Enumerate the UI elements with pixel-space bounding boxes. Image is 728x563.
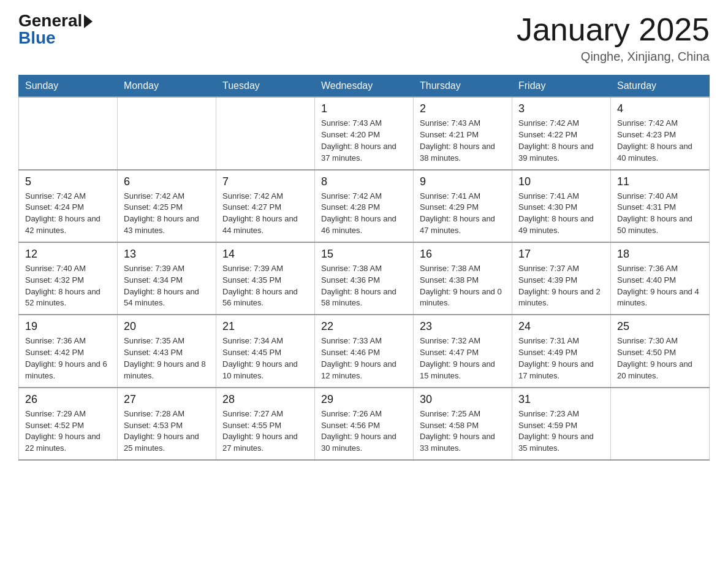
calendar-header-saturday: Saturday [611, 75, 710, 98]
month-title: January 2025 [517, 12, 710, 47]
day-number: 14 [222, 248, 308, 261]
calendar-header-sunday: Sunday [19, 75, 118, 98]
day-info: Sunrise: 7:39 AM Sunset: 4:35 PM Dayligh… [222, 263, 308, 309]
calendar-week-row: 5Sunrise: 7:42 AM Sunset: 4:24 PM Daylig… [19, 170, 710, 242]
day-number: 11 [617, 175, 703, 188]
day-number: 30 [420, 393, 506, 406]
day-info: Sunrise: 7:43 AM Sunset: 4:20 PM Dayligh… [321, 118, 407, 164]
day-number: 28 [222, 393, 308, 406]
page-header: General Blue January 2025 Qinghe, Xinjia… [18, 12, 710, 64]
day-number: 8 [321, 175, 407, 188]
day-info: Sunrise: 7:40 AM Sunset: 4:32 PM Dayligh… [25, 263, 111, 309]
day-info: Sunrise: 7:31 AM Sunset: 4:49 PM Dayligh… [518, 335, 604, 381]
day-info: Sunrise: 7:23 AM Sunset: 4:59 PM Dayligh… [518, 408, 604, 454]
day-info: Sunrise: 7:25 AM Sunset: 4:58 PM Dayligh… [420, 408, 506, 454]
calendar-cell: 25Sunrise: 7:30 AM Sunset: 4:50 PM Dayli… [611, 315, 710, 387]
day-info: Sunrise: 7:30 AM Sunset: 4:50 PM Dayligh… [617, 335, 703, 381]
calendar-cell: 21Sunrise: 7:34 AM Sunset: 4:45 PM Dayli… [216, 315, 315, 387]
calendar-cell: 11Sunrise: 7:40 AM Sunset: 4:31 PM Dayli… [611, 170, 710, 242]
day-info: Sunrise: 7:26 AM Sunset: 4:56 PM Dayligh… [321, 408, 407, 454]
calendar-cell: 24Sunrise: 7:31 AM Sunset: 4:49 PM Dayli… [512, 315, 611, 387]
calendar-week-row: 1Sunrise: 7:43 AM Sunset: 4:20 PM Daylig… [19, 97, 710, 169]
calendar-cell: 17Sunrise: 7:37 AM Sunset: 4:39 PM Dayli… [512, 242, 611, 315]
calendar-header-friday: Friday [512, 75, 611, 98]
calendar-cell: 2Sunrise: 7:43 AM Sunset: 4:21 PM Daylig… [414, 97, 512, 169]
logo-blue-text: Blue [18, 29, 56, 47]
day-info: Sunrise: 7:34 AM Sunset: 4:45 PM Dayligh… [222, 335, 308, 381]
calendar-header-wednesday: Wednesday [315, 75, 414, 98]
day-number: 4 [617, 102, 703, 115]
calendar-cell: 1Sunrise: 7:43 AM Sunset: 4:20 PM Daylig… [315, 97, 414, 169]
calendar-week-row: 26Sunrise: 7:29 AM Sunset: 4:52 PM Dayli… [19, 388, 710, 460]
day-info: Sunrise: 7:38 AM Sunset: 4:38 PM Dayligh… [420, 263, 506, 309]
day-number: 18 [617, 248, 703, 261]
calendar-header-row: SundayMondayTuesdayWednesdayThursdayFrid… [19, 75, 710, 98]
day-number: 20 [124, 320, 210, 333]
day-number: 5 [25, 175, 111, 188]
calendar-cell: 8Sunrise: 7:42 AM Sunset: 4:28 PM Daylig… [315, 170, 414, 242]
logo-general-text: General [18, 12, 82, 29]
calendar-cell: 13Sunrise: 7:39 AM Sunset: 4:34 PM Dayli… [118, 242, 216, 315]
day-number: 13 [124, 248, 210, 261]
day-number: 21 [222, 320, 308, 333]
day-number: 9 [420, 175, 506, 188]
day-info: Sunrise: 7:39 AM Sunset: 4:34 PM Dayligh… [124, 263, 210, 309]
day-number: 2 [420, 102, 506, 115]
day-number: 10 [518, 175, 604, 188]
day-info: Sunrise: 7:41 AM Sunset: 4:30 PM Dayligh… [518, 191, 604, 237]
calendar-cell: 19Sunrise: 7:36 AM Sunset: 4:42 PM Dayli… [19, 315, 118, 387]
day-info: Sunrise: 7:40 AM Sunset: 4:31 PM Dayligh… [617, 191, 703, 237]
calendar-cell: 28Sunrise: 7:27 AM Sunset: 4:55 PM Dayli… [216, 388, 315, 460]
day-info: Sunrise: 7:43 AM Sunset: 4:21 PM Dayligh… [420, 118, 506, 164]
day-info: Sunrise: 7:42 AM Sunset: 4:27 PM Dayligh… [222, 191, 308, 237]
calendar-cell: 26Sunrise: 7:29 AM Sunset: 4:52 PM Dayli… [19, 388, 118, 460]
calendar-cell: 22Sunrise: 7:33 AM Sunset: 4:46 PM Dayli… [315, 315, 414, 387]
day-info: Sunrise: 7:28 AM Sunset: 4:53 PM Dayligh… [124, 408, 210, 454]
calendar-cell: 14Sunrise: 7:39 AM Sunset: 4:35 PM Dayli… [216, 242, 315, 315]
calendar-cell: 12Sunrise: 7:40 AM Sunset: 4:32 PM Dayli… [19, 242, 118, 315]
calendar-cell: 4Sunrise: 7:42 AM Sunset: 4:23 PM Daylig… [611, 97, 710, 169]
title-block: January 2025 Qinghe, Xinjiang, China [517, 12, 710, 64]
day-info: Sunrise: 7:36 AM Sunset: 4:42 PM Dayligh… [25, 335, 111, 381]
calendar-cell: 9Sunrise: 7:41 AM Sunset: 4:29 PM Daylig… [414, 170, 512, 242]
day-number: 26 [25, 393, 111, 406]
day-info: Sunrise: 7:36 AM Sunset: 4:40 PM Dayligh… [617, 263, 703, 309]
logo-arrow-icon [84, 15, 93, 28]
day-number: 25 [617, 320, 703, 333]
day-number: 17 [518, 248, 604, 261]
day-number: 29 [321, 393, 407, 406]
day-number: 27 [124, 393, 210, 406]
calendar-cell [19, 97, 118, 169]
day-number: 1 [321, 102, 407, 115]
day-info: Sunrise: 7:42 AM Sunset: 4:23 PM Dayligh… [617, 118, 703, 164]
day-number: 22 [321, 320, 407, 333]
day-info: Sunrise: 7:29 AM Sunset: 4:52 PM Dayligh… [25, 408, 111, 454]
calendar-table: SundayMondayTuesdayWednesdayThursdayFrid… [18, 75, 710, 461]
calendar-week-row: 19Sunrise: 7:36 AM Sunset: 4:42 PM Dayli… [19, 315, 710, 387]
day-number: 23 [420, 320, 506, 333]
day-info: Sunrise: 7:42 AM Sunset: 4:24 PM Dayligh… [25, 191, 111, 237]
calendar-cell [216, 97, 315, 169]
day-info: Sunrise: 7:35 AM Sunset: 4:43 PM Dayligh… [124, 335, 210, 381]
day-info: Sunrise: 7:33 AM Sunset: 4:46 PM Dayligh… [321, 335, 407, 381]
day-number: 16 [420, 248, 506, 261]
logo: General Blue [18, 12, 93, 47]
calendar-cell: 15Sunrise: 7:38 AM Sunset: 4:36 PM Dayli… [315, 242, 414, 315]
calendar-cell: 30Sunrise: 7:25 AM Sunset: 4:58 PM Dayli… [414, 388, 512, 460]
calendar-cell: 16Sunrise: 7:38 AM Sunset: 4:38 PM Dayli… [414, 242, 512, 315]
day-info: Sunrise: 7:37 AM Sunset: 4:39 PM Dayligh… [518, 263, 604, 309]
day-info: Sunrise: 7:42 AM Sunset: 4:25 PM Dayligh… [124, 191, 210, 237]
day-number: 15 [321, 248, 407, 261]
day-number: 24 [518, 320, 604, 333]
calendar-week-row: 12Sunrise: 7:40 AM Sunset: 4:32 PM Dayli… [19, 242, 710, 315]
day-info: Sunrise: 7:42 AM Sunset: 4:28 PM Dayligh… [321, 191, 407, 237]
day-number: 7 [222, 175, 308, 188]
day-info: Sunrise: 7:27 AM Sunset: 4:55 PM Dayligh… [222, 408, 308, 454]
calendar-header-thursday: Thursday [414, 75, 512, 98]
calendar-header-monday: Monday [118, 75, 216, 98]
day-info: Sunrise: 7:32 AM Sunset: 4:47 PM Dayligh… [420, 335, 506, 381]
day-number: 6 [124, 175, 210, 188]
calendar-cell: 7Sunrise: 7:42 AM Sunset: 4:27 PM Daylig… [216, 170, 315, 242]
calendar-cell [611, 388, 710, 460]
calendar-cell [118, 97, 216, 169]
